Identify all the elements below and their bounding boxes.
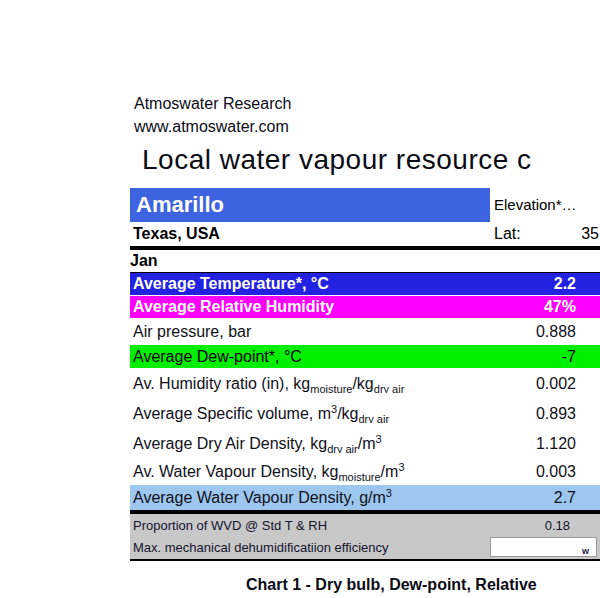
row-value[interactable]: 47% (470, 298, 600, 316)
page-title: Local water vapour resource c (142, 144, 532, 176)
row-label: Av. Humidity ratio (in), kgmoisture/kgdr… (130, 375, 470, 393)
row-label: Average Water Vapour Density, g/m3 (130, 489, 470, 507)
row-value[interactable]: 0.002 (470, 375, 600, 393)
table-row-specific-volume[interactable]: Average Specific volume, m3/kgdry air 0.… (130, 399, 600, 429)
row-value[interactable]: 0.18 (470, 518, 600, 533)
row-value[interactable]: 0.893 (470, 405, 600, 423)
table-row-avg-water-vapour-density[interactable]: Average Water Vapour Density, g/m3 2.7 (130, 485, 600, 510)
latitude-value[interactable]: 35 (581, 222, 600, 246)
row-label: Average Dew-point*, °C (130, 348, 470, 366)
spreadsheet-view: Atmoswater Research www.atmoswater.com L… (0, 0, 600, 598)
table-row-humidity-ratio[interactable]: Av. Humidity ratio (in), kgmoisture/kgdr… (130, 369, 600, 399)
city-cell[interactable]: Amarillo (130, 188, 490, 222)
row-value[interactable]: 0.003 (470, 463, 600, 481)
row-label: Average Specific volume, m3/kgdry air (130, 405, 470, 423)
row-label: Average Dry Air Density, kgdry air/m3 (130, 435, 470, 453)
row-label: Average Temperature*, °C (130, 275, 470, 293)
table-row-water-vapour-density-kg[interactable]: Av. Water Vapour Density, kgmoisture/m3 … (130, 459, 600, 485)
row-label: Air pressure, bar (130, 323, 470, 341)
month-header-jan[interactable]: Jan (130, 252, 158, 270)
region-row: Texas, USA Lat: 35 (130, 222, 600, 246)
efficiency-dropdown-cell[interactable]: w (490, 537, 597, 557)
row-value[interactable]: 1.120 (470, 435, 600, 453)
table-row-avg-temperature[interactable]: Average Temperature*, °C 2.2 (130, 273, 600, 296)
table-row-dry-air-density[interactable]: Average Dry Air Density, kgdry air/m3 1.… (130, 429, 600, 459)
city-row: Amarillo Elevation*… (130, 188, 600, 222)
month-header-row: Jan (130, 246, 600, 273)
org-header: Atmoswater Research www.atmoswater.com (134, 92, 291, 138)
data-table: Amarillo Elevation*… Texas, USA Lat: 35 … (130, 188, 600, 561)
table-row-air-pressure[interactable]: Air pressure, bar 0.888 (130, 319, 600, 345)
chart-caption: Chart 1 - Dry bulb, Dew-point, Relative (246, 576, 537, 594)
row-value[interactable]: -7 (470, 348, 600, 366)
org-url[interactable]: www.atmoswater.com (134, 115, 291, 138)
row-value[interactable]: 2.2 (470, 275, 600, 293)
table-row-dehumidification-efficiency[interactable]: Max. mechanical dehumidificatiion effici… (130, 536, 600, 559)
row-label: Av. Water Vapour Density, kgmoisture/m3 (130, 463, 470, 481)
footer-section: Proportion of WVD @ Std T & RH 0.18 Max.… (130, 510, 600, 561)
org-name: Atmoswater Research (134, 92, 291, 115)
table-row-wvd-proportion[interactable]: Proportion of WVD @ Std T & RH 0.18 (130, 514, 600, 536)
row-value[interactable]: 2.7 (470, 489, 600, 507)
region-cell[interactable]: Texas, USA (130, 222, 490, 246)
elevation-label[interactable]: Elevation*… (490, 188, 600, 222)
latitude-label[interactable]: Lat: (490, 222, 521, 246)
row-label: Proportion of WVD @ Std T & RH (130, 518, 470, 533)
row-value[interactable]: 0.888 (470, 323, 600, 341)
table-row-avg-dew-point[interactable]: Average Dew-point*, °C -7 (130, 345, 600, 369)
table-row-avg-relative-humidity[interactable]: Average Relative Humidity 47% (130, 296, 600, 319)
dropdown-marker-icon[interactable]: w (582, 547, 589, 556)
row-label: Average Relative Humidity (130, 298, 470, 316)
